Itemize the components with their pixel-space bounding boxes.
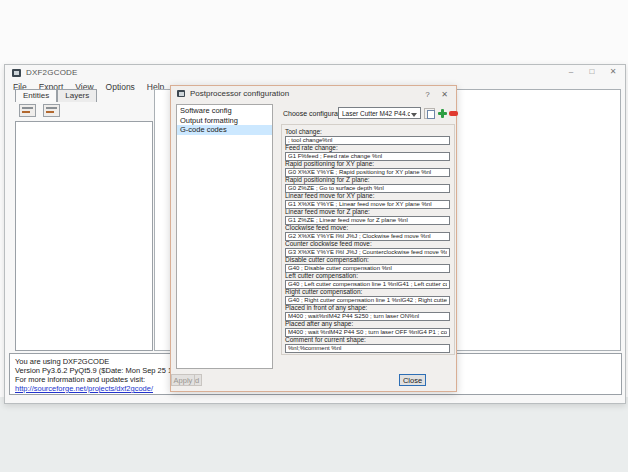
- tab-entities[interactable]: Entities: [15, 89, 57, 102]
- tree-toolbar: [19, 104, 60, 119]
- window-controls: – □ ✕: [565, 66, 619, 78]
- browse-file-icon[interactable]: [424, 108, 435, 119]
- minimize-button[interactable]: –: [565, 66, 577, 78]
- main-titlebar: DXF2GCODE – □ ✕: [5, 65, 625, 81]
- menu-options[interactable]: Options: [100, 81, 141, 93]
- gcode-fields-area: Tool change: Feed rate change: Rapid pos…: [281, 124, 455, 355]
- section-output-formatting[interactable]: Output formatting: [177, 116, 272, 126]
- section-software-config[interactable]: Software config: [177, 106, 272, 116]
- chevron-down-icon: [411, 113, 417, 117]
- tab-layers[interactable]: Layers: [57, 89, 97, 102]
- remove-config-icon[interactable]: [448, 108, 459, 119]
- window-title: DXF2GCODE: [26, 68, 78, 77]
- field-row: Left cutter compensation:: [285, 273, 451, 289]
- field-row: Clockwise feed move:: [285, 225, 451, 241]
- desktop-lower-band: [0, 397, 628, 472]
- apply-button[interactable]: Apply: [171, 374, 195, 386]
- config-file-value: Laser Cutter M42 P44.cfg: [342, 109, 410, 118]
- config-section-list: Software config Output formatting G-code…: [176, 104, 273, 369]
- project-link[interactable]: http://sourceforge.net/projects/dxf2gcod…: [15, 384, 153, 393]
- field-row: Comment for current shape:: [285, 337, 451, 353]
- dialog-titlebar: Postprocessor configuration ? ✕: [171, 86, 456, 103]
- field-row: Feed rate change:: [285, 145, 451, 161]
- field-row: Rapid positioning for XY plane:: [285, 161, 451, 177]
- field-row: Placed in front of any shape:: [285, 305, 451, 321]
- close-dialog-button[interactable]: Close: [399, 374, 426, 386]
- field-row: Right cutter compensation:: [285, 289, 451, 305]
- collapse-tree-icon[interactable]: [19, 104, 36, 117]
- field-row: Disable cutter compensation:: [285, 257, 451, 273]
- field-row: Tool change:: [285, 129, 451, 145]
- field-row: Placed after any shape:: [285, 321, 451, 337]
- dock-tabbar: Entities Layers: [15, 89, 97, 102]
- section-gcode-codes[interactable]: G-code codes: [177, 125, 272, 135]
- app-icon: [12, 69, 21, 77]
- field-row: Rapid positioning for Z plane:: [285, 177, 451, 193]
- dialog-close-button[interactable]: ✕: [438, 88, 451, 101]
- maximize-button[interactable]: □: [586, 66, 598, 78]
- add-config-icon[interactable]: [437, 108, 448, 119]
- config-file-combobox[interactable]: Laser Cutter M42 P44.cfg: [338, 107, 421, 119]
- field-row: Linear feed move for Z plane:: [285, 209, 451, 225]
- close-button[interactable]: ✕: [607, 66, 619, 78]
- field-row: Linear feed move for XY plane:: [285, 193, 451, 209]
- dialog-title: Postprocessor configuration: [190, 89, 289, 98]
- expand-tree-icon[interactable]: [43, 104, 60, 117]
- postprocessor-config-dialog: Postprocessor configuration ? ✕ Software…: [170, 85, 457, 392]
- dialog-button-row: Discard Close Apply: [171, 374, 453, 387]
- entities-tree-panel[interactable]: [15, 121, 153, 351]
- dialog-help-button[interactable]: ?: [421, 88, 434, 101]
- dialog-app-icon: [177, 90, 185, 97]
- field-row: Counter clockwise feed move:: [285, 241, 451, 257]
- shape-comment-input[interactable]: [285, 344, 450, 353]
